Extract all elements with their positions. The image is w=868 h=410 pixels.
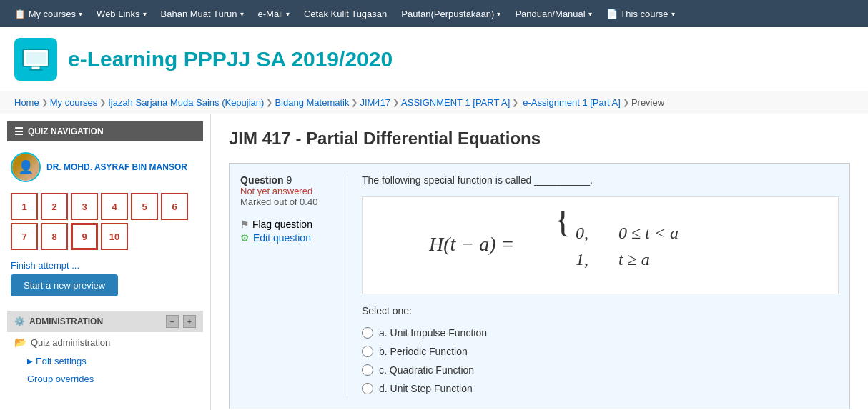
math-formula-svg: H(t − a) = { 0, 0 ≤ t < a 1, t ≥ a xyxy=(415,211,786,279)
option-c-row[interactable]: c. Quadratic Function xyxy=(362,361,839,379)
question-btn-6[interactable]: 6 xyxy=(161,193,188,220)
gear-icon: ⚙️ xyxy=(14,316,25,326)
svg-text:0,: 0, xyxy=(576,224,588,242)
user-row: 👤 DR. MOHD. ASYRAF BIN MANSOR xyxy=(7,149,203,189)
question-right-panel: The following special function is called… xyxy=(347,174,839,398)
question-btn-7[interactable]: 7 xyxy=(11,223,38,250)
user-name[interactable]: DR. MOHD. ASYRAF BIN MANSOR xyxy=(46,162,187,172)
site-title: e-Learning PPPJJ SA 2019/2020 xyxy=(68,47,393,71)
nav-web-links[interactable]: Web Links▾ xyxy=(89,0,153,27)
svg-rect-1 xyxy=(26,52,46,64)
breadcrumb-assignment[interactable]: ASSIGNMENT 1 [PART A] xyxy=(401,97,510,108)
nav-cetak-kulit-tugasan[interactable]: Cetak Kulit Tugasan xyxy=(297,0,394,27)
group-overrides-item[interactable]: Group overrides xyxy=(7,370,203,388)
expand-icon[interactable]: + xyxy=(183,315,196,328)
options-label: Select one: xyxy=(362,305,839,316)
question-marks: Marked out of 0.40 xyxy=(240,196,336,207)
svg-text:t ≥ a: t ≥ a xyxy=(618,250,650,269)
breadcrumb-ijazah[interactable]: Ijazah Sarjana Muda Sains (Kepujian) xyxy=(108,97,264,108)
nav-pautan-perpustakaan[interactable]: Pautan(Perpustakaan)▾ xyxy=(394,0,508,27)
site-logo xyxy=(14,38,57,81)
hamburger-icon: ☰ xyxy=(14,126,24,137)
option-d-row[interactable]: d. Unit Step Function xyxy=(362,379,839,398)
collapse-icon[interactable]: − xyxy=(166,315,179,328)
nav-bahan-muat-turun[interactable]: Bahan Muat Turun▾ xyxy=(154,0,251,27)
nav-panduan-manual[interactable]: Panduan/Manual▾ xyxy=(508,0,598,27)
avatar: 👤 xyxy=(11,152,41,182)
question-btn-5[interactable]: 5 xyxy=(131,193,158,220)
option-a-radio[interactable] xyxy=(362,327,373,339)
flag-icon: ⚑ xyxy=(240,219,250,230)
site-header: e-Learning PPPJJ SA 2019/2020 xyxy=(0,27,868,91)
sidebar: ☰ QUIZ NAVIGATION 👤 DR. MOHD. ASYRAF BIN… xyxy=(0,114,211,410)
question-left-panel: Question 9 Not yet answered Marked out o… xyxy=(240,174,347,398)
folder-icon: 📂 xyxy=(14,336,26,348)
top-navigation: 📋 My courses▾ Web Links▾ Bahan Muat Turu… xyxy=(0,0,868,27)
nav-my-courses[interactable]: 📋 My courses▾ xyxy=(7,0,89,27)
question-btn-9[interactable]: 9 xyxy=(71,223,98,250)
question-btn-8[interactable]: 8 xyxy=(41,223,68,250)
page-title: JIM 417 - Partial Differential Equations xyxy=(229,129,850,149)
option-b-label[interactable]: b. Periodic Function xyxy=(379,346,468,357)
question-number: Question 9 xyxy=(240,174,336,186)
option-b-row[interactable]: b. Periodic Function xyxy=(362,342,839,361)
edit-question-row[interactable]: ⚙ Edit question xyxy=(240,230,336,246)
question-text: The following special function is called… xyxy=(362,174,839,186)
question-grid: 1 2 3 4 5 6 7 8 9 10 xyxy=(7,189,203,254)
breadcrumb-jim417[interactable]: JIM417 xyxy=(360,97,390,108)
edit-icon: ⚙ xyxy=(240,232,250,244)
quiz-navigation-header: ☰ QUIZ NAVIGATION xyxy=(7,121,203,141)
option-d-label[interactable]: d. Unit Step Function xyxy=(379,383,473,394)
question-btn-1[interactable]: 1 xyxy=(11,193,38,220)
question-btn-4[interactable]: 4 xyxy=(101,193,128,220)
svg-text:1,: 1, xyxy=(576,250,588,269)
question-status: Not yet answered xyxy=(240,186,336,196)
question-btn-2[interactable]: 2 xyxy=(41,193,68,220)
start-preview-button[interactable]: Start a new preview xyxy=(11,274,118,296)
breadcrumb-preview: Preview xyxy=(631,97,664,108)
quiz-administration-item[interactable]: 📂 Quiz administration xyxy=(7,332,203,352)
option-c-radio[interactable] xyxy=(362,364,373,376)
svg-text:{: { xyxy=(554,211,572,239)
svg-rect-2 xyxy=(31,66,40,69)
formula-box: H(t − a) = { 0, 0 ≤ t < a 1, t ≥ a xyxy=(362,196,839,294)
svg-text:0 ≤ t < a: 0 ≤ t < a xyxy=(618,224,679,242)
breadcrumb-home[interactable]: Home xyxy=(14,97,39,108)
option-c-label[interactable]: c. Quadratic Function xyxy=(379,364,474,376)
flag-question-row[interactable]: ⚑ Flag question xyxy=(240,219,336,230)
option-a-row[interactable]: a. Unit Impulse Function xyxy=(362,324,839,342)
option-d-radio[interactable] xyxy=(362,383,373,394)
triangle-icon: ▶ xyxy=(27,357,33,365)
administration-header: ⚙️ ADMINISTRATION − + xyxy=(7,311,203,332)
svg-text:H(t − a) =: H(t − a) = xyxy=(428,233,514,255)
nav-email[interactable]: e-Mail▾ xyxy=(251,0,297,27)
main-layout: ☰ QUIZ NAVIGATION 👤 DR. MOHD. ASYRAF BIN… xyxy=(0,114,868,410)
breadcrumb-bidang[interactable]: Bidang Matematik xyxy=(275,97,349,108)
breadcrumb: Home ❯ My courses ❯ Ijazah Sarjana Muda … xyxy=(0,91,868,114)
option-b-radio[interactable] xyxy=(362,346,373,357)
question-card: Question 9 Not yet answered Marked out o… xyxy=(229,163,850,409)
nav-this-course[interactable]: 📄 This course▾ xyxy=(599,0,682,27)
svg-rect-3 xyxy=(29,69,43,71)
edit-settings-item[interactable]: ▶ Edit settings xyxy=(7,352,203,370)
breadcrumb-my-courses[interactable]: My courses xyxy=(50,97,97,108)
question-layout: Question 9 Not yet answered Marked out o… xyxy=(240,174,839,398)
breadcrumb-e-assignment[interactable]: e-Assignment 1 [Part A] xyxy=(523,97,621,108)
question-btn-10[interactable]: 10 xyxy=(101,223,128,250)
question-btn-3[interactable]: 3 xyxy=(71,193,98,220)
option-a-label[interactable]: a. Unit Impulse Function xyxy=(379,327,487,339)
content-area: JIM 417 - Partial Differential Equations… xyxy=(211,114,868,410)
